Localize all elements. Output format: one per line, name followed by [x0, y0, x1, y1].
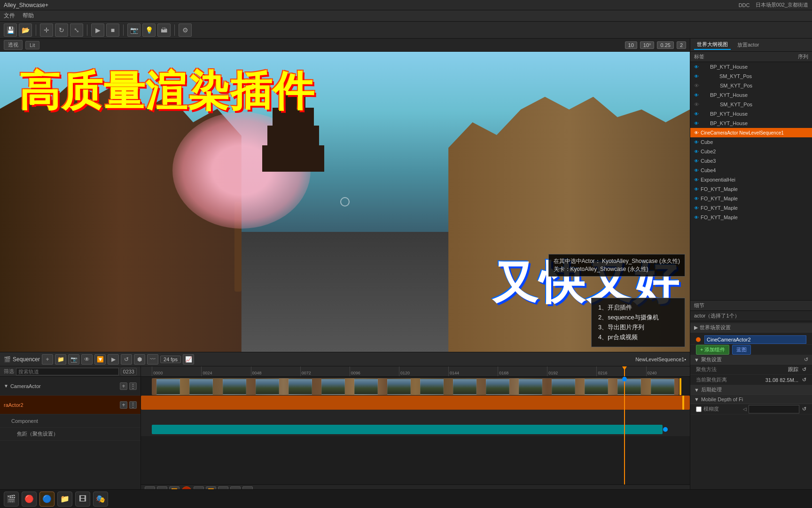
item-label-9: Cube [701, 139, 713, 145]
tick-0000: 0000 [152, 366, 163, 376]
focus-method-value: 跟踪 [735, 366, 798, 373]
outliner-maple-1[interactable]: 👁 FO_KYT_Maple [690, 184, 812, 194]
taskbar-extra-icon[interactable]: 🎭 [93, 492, 108, 507]
toolbar-play-btn[interactable]: ▶ [91, 24, 104, 37]
layers-badge: 2 [677, 41, 686, 49]
toolbar-open-btn[interactable]: 📂 [19, 24, 32, 37]
scene-name: 日本场景002_京都街道 [756, 1, 808, 8]
seq-fps-label[interactable]: 24 fps [160, 356, 181, 363]
main-toolbar: 💾 📂 ✛ ↻ ⤡ ▶ ■ 📷 💡 🏔 ⚙ [0, 22, 812, 39]
outliner-bp-house-3[interactable]: 👁 BP_KYT_House [690, 109, 812, 119]
timeline-header-cursor [624, 366, 625, 376]
outliner-bp-house-1[interactable]: 👁 BP_KYT_House [690, 62, 812, 71]
taskbar-unreal-icon[interactable]: 🔵 [39, 492, 55, 507]
seq-wave-btn[interactable]: 📈 [183, 354, 194, 365]
toolbar-rotate-btn[interactable]: ↻ [55, 24, 68, 37]
outliner-cube2[interactable]: 👁 Cube2 [690, 147, 812, 156]
perspective-btn[interactable]: 透视 [4, 40, 23, 50]
seq-cam-btn[interactable]: 📷 [68, 354, 79, 365]
track-expand-icon[interactable]: ▼ [4, 383, 8, 389]
outliner-sm-pos-1[interactable]: 👁 SM_KYT_Pos [690, 71, 812, 81]
toolbar-settings-btn[interactable]: ⚙ [179, 24, 192, 37]
outliner-cube3[interactable]: 👁 Cube3 [690, 156, 812, 166]
focus-dot[interactable] [663, 427, 668, 432]
seq-track-raactor2-more-btn[interactable]: ⋮ [129, 401, 137, 409]
vis-icon-10: 👁 [694, 149, 699, 154]
vis-icon-11: 👁 [694, 159, 699, 164]
thumb-5 [289, 379, 312, 395]
focus-method-reset[interactable]: ↺ [802, 366, 806, 373]
seq-track-more-btn[interactable]: ⋮ [129, 382, 137, 390]
camera-clip[interactable] [152, 378, 679, 395]
main-layout: 透视 Lit 10 10° 0.25 2 [0, 39, 812, 498]
blur-checkbox[interactable] [696, 406, 702, 412]
seq-play-btn[interactable]: ▶ [108, 354, 119, 365]
taskbar-blender-icon[interactable]: 🎬 [4, 492, 19, 507]
lit-btn[interactable]: Lit [25, 41, 39, 49]
taskbar-premiere-icon[interactable]: 🎞 [75, 492, 90, 507]
toolbar-stop-btn[interactable]: ■ [106, 24, 119, 37]
focus-dist-reset[interactable]: ↺ [802, 377, 806, 383]
outliner-maple-2[interactable]: 👁 FO_KYT_Maple [690, 194, 812, 203]
outliner-cube[interactable]: 👁 Cube [690, 137, 812, 147]
thumb-15 [617, 379, 641, 395]
outliner-maple-4[interactable]: 👁 FO_KYT_Maple [690, 213, 812, 222]
toolbar-save-btn[interactable]: 💾 [4, 24, 17, 37]
seq-loop-btn[interactable]: ↺ [121, 354, 132, 365]
blueprint-btn[interactable]: 蓝图 [732, 345, 751, 355]
toolbar-camera-btn[interactable]: 📷 [127, 24, 141, 37]
cam-dot-icon [696, 337, 701, 342]
outliner-exp-hei[interactable]: 👁 ExponentialHei [690, 175, 812, 184]
seq-filter-btn[interactable]: 🔽 [94, 354, 106, 365]
outliner-bp-house-4[interactable]: 👁 BP_KYT_House [690, 119, 812, 128]
cam-name-input[interactable] [704, 335, 806, 344]
blur-slider-icon: ◁ [743, 406, 747, 412]
vis-icon-8: 👁 [694, 130, 699, 135]
seq-track-focus-label: 焦距（聚焦设置） [17, 430, 137, 437]
selected-count-label: actor（选择了1个） [694, 312, 740, 319]
viewport-3d[interactable]: 高质量渲染插件 又快又好 在其中选中Actor： KyotoAlley_Show… [0, 52, 690, 352]
filter-label: 筛选 [4, 368, 14, 375]
outliner-cinecamera[interactable]: 👁 CineCameraActor NewLevelSequence1 [690, 128, 812, 137]
ddc-label: DDC [739, 2, 750, 8]
taskbar-folder-icon[interactable]: 📁 [57, 492, 72, 507]
orange-bar-clip[interactable] [141, 396, 690, 410]
seq-record-icon-btn[interactable]: ⬢ [134, 354, 145, 365]
outliner-sm-pos-2[interactable]: 👁 SM_KYT_Pos [690, 81, 812, 90]
taskbar: 🎬 🔴 🔵 📁 🎞 🎭 [0, 489, 812, 508]
seq-eye-btn[interactable]: 👁 [81, 354, 93, 365]
taskbar-red-icon[interactable]: 🔴 [22, 492, 37, 507]
tab-place-actor[interactable]: 放置actor [734, 40, 762, 49]
seq-curve-btn[interactable]: 〰 [147, 354, 158, 365]
toolbar-scale-btn[interactable]: ⤡ [70, 24, 83, 37]
add-component-btn[interactable]: + 添加组件 [696, 345, 729, 355]
outliner-sm-pos-3[interactable]: 👁 SM_KYT_Pos [690, 100, 812, 109]
tab-outliner[interactable]: 世界大纲视图 [694, 40, 731, 50]
seq-add-btn[interactable]: + [42, 354, 53, 365]
blur-reset[interactable]: ↺ [802, 406, 806, 412]
step-2: 2、sequence与摄像机 [598, 313, 678, 322]
outliner-maple-3[interactable]: 👁 FO_KYT_Maple [690, 203, 812, 213]
focus-reset-icon[interactable]: ↺ [804, 357, 808, 363]
seq-body: 筛选 0233 ▼ CameraActor + ⋮ raActor2 + [0, 366, 690, 498]
blur-value-input[interactable] [749, 405, 799, 413]
menu-help[interactable]: 帮助 [23, 12, 34, 20]
outliner-bp-house-2[interactable]: 👁 BP_KYT_House [690, 90, 812, 100]
vis-icon-13: 👁 [694, 177, 699, 183]
seq-timeline: 0000 0024 0048 0072 0096 0120 0144 0168 … [141, 366, 690, 498]
seq-track-component: Component [0, 414, 141, 428]
toolbar-landscape-btn[interactable]: 🏔 [157, 24, 171, 37]
menu-file[interactable]: 文件 [4, 12, 15, 20]
toolbar-move-btn[interactable]: ✛ [40, 24, 53, 37]
steps-panel: 1、开启插件 2、sequence与摄像机 3、导出图片序列 4、pr合成视频 [591, 298, 685, 347]
teal-bar[interactable] [152, 425, 662, 434]
seq-track-raactor2-add-btn[interactable]: + [120, 401, 127, 409]
top-bar: Alley_Showcase+ DDC 日本场景002_京都街道 [0, 0, 812, 10]
seq-folder-btn[interactable]: 📁 [55, 354, 66, 365]
outliner-cube4[interactable]: 👁 Cube4 [690, 166, 812, 175]
seq-track-add-btn[interactable]: + [120, 382, 127, 390]
step-4: 4、pr合成视频 [598, 333, 678, 341]
seq-search-input[interactable] [16, 368, 119, 375]
timeline-cursor[interactable] [624, 377, 625, 484]
toolbar-light-btn[interactable]: 💡 [142, 24, 156, 37]
